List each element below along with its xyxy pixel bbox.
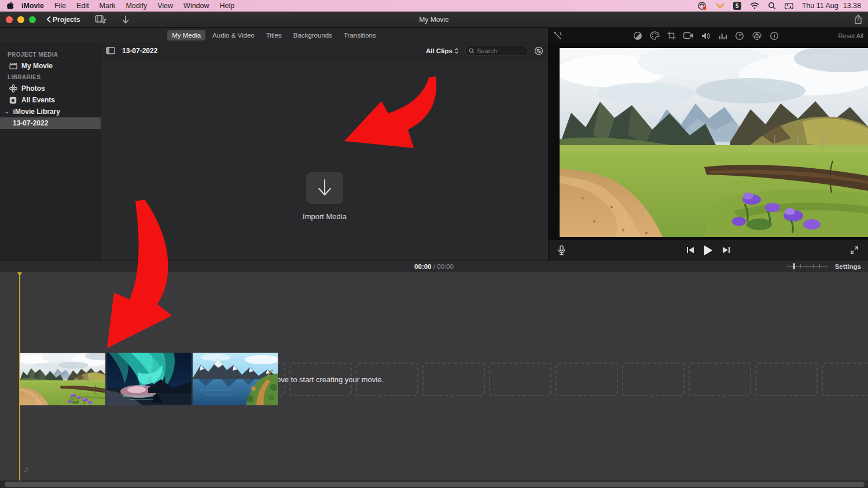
screen-recorder-icon[interactable] xyxy=(697,2,707,10)
viewer-stage xyxy=(549,43,868,240)
media-browser-toggle-icon[interactable] xyxy=(95,15,106,24)
sidebar-label-photos: Photos xyxy=(21,84,45,93)
apple-menu-icon[interactable] xyxy=(7,2,14,10)
volume-icon[interactable] xyxy=(701,32,711,40)
color-balance-icon[interactable] xyxy=(633,31,642,40)
search-input[interactable] xyxy=(477,47,524,54)
event-date-title: 13-07-2022 xyxy=(122,47,157,55)
share-icon[interactable] xyxy=(854,14,862,24)
timeline-placeholder xyxy=(755,363,818,396)
tab-audio-video[interactable]: Audio & Video xyxy=(208,30,259,40)
macos-menubar: iMovie File Edit Mark Modify View Window… xyxy=(0,0,868,12)
microphone-icon[interactable] xyxy=(558,245,565,256)
import-arrow-icon[interactable] xyxy=(122,15,130,24)
menu-app-name[interactable]: iMovie xyxy=(16,2,49,10)
menu-help[interactable]: Help xyxy=(215,2,240,10)
sidebar-item-photos[interactable]: Photos xyxy=(0,83,101,94)
skip-back-icon[interactable] xyxy=(686,246,694,254)
zoom-slider-thumb[interactable] xyxy=(793,263,795,269)
timeline-placeholder xyxy=(622,363,685,396)
panel-collapse-icon[interactable] xyxy=(106,47,115,54)
media-browser-header: 13-07-2022 All Clips xyxy=(101,43,548,58)
timeline-placeholder xyxy=(822,363,868,396)
skip-forward-icon[interactable] xyxy=(722,246,730,254)
chevron-left-icon xyxy=(46,16,51,23)
sidebar-item-all-events[interactable]: All Events xyxy=(0,94,101,106)
playback-controls xyxy=(549,240,868,260)
clip-filter-dropdown[interactable]: All Clips xyxy=(426,47,459,54)
control-center-icon[interactable] xyxy=(785,3,793,9)
playhead-handle[interactable] xyxy=(17,272,22,276)
clock-time: 13.38 xyxy=(843,2,861,10)
timeline-settings-button[interactable]: Settings xyxy=(835,263,861,270)
menu-window[interactable]: Window xyxy=(178,2,214,10)
menu-file[interactable]: File xyxy=(49,2,71,10)
window-controls xyxy=(6,16,36,23)
menu-mark[interactable]: Mark xyxy=(94,2,121,10)
spotlight-search-icon[interactable] xyxy=(768,2,776,10)
clapperboard-icon xyxy=(9,62,17,69)
clip-thumbnail-valley xyxy=(20,353,105,405)
timeline-placeholder xyxy=(689,363,751,396)
crop-icon[interactable] xyxy=(667,31,676,40)
wifi-icon[interactable] xyxy=(750,2,759,9)
star-square-icon xyxy=(9,97,17,104)
timeline[interactable]: ove to start creating your movie. ♫ xyxy=(0,272,868,480)
info-icon[interactable] xyxy=(770,31,779,40)
viewer-pane: Reset All xyxy=(549,28,868,260)
sidebar-label-all-events: All Events xyxy=(21,96,55,104)
media-browser-content: Import Media xyxy=(101,58,548,260)
minimize-button[interactable] xyxy=(17,16,24,23)
stabilization-camera-icon[interactable] xyxy=(683,32,694,39)
timeline-placeholder xyxy=(422,363,485,396)
timeline-zoom-slider[interactable] xyxy=(788,263,827,269)
reset-all-button[interactable]: Reset All xyxy=(838,32,863,39)
timeline-placeholder xyxy=(556,363,618,396)
timeline-clip-lake[interactable] xyxy=(193,353,278,405)
tab-titles[interactable]: Titles xyxy=(262,30,286,40)
playhead[interactable] xyxy=(19,272,20,480)
clip-thumbnail-aurora xyxy=(106,353,192,405)
tab-transitions[interactable]: Transitions xyxy=(339,30,381,40)
fullscreen-icon[interactable] xyxy=(850,246,859,254)
tab-my-media[interactable]: My Media xyxy=(167,30,205,40)
menubar-clock[interactable]: Thu 11 Aug 13.38 xyxy=(802,2,861,10)
timeline-toolbar: 00:00 / 00:00 Settings xyxy=(0,260,868,272)
search-icon xyxy=(469,48,475,54)
menu-edit[interactable]: Edit xyxy=(71,2,94,10)
menu-view[interactable]: View xyxy=(152,2,178,10)
menu-modify[interactable]: Modify xyxy=(120,2,152,10)
equalizer-icon[interactable] xyxy=(719,32,727,40)
window-titlebar: Projects My Movie xyxy=(0,12,868,28)
timeline-clip-aurora[interactable] xyxy=(106,353,192,405)
workspace: My Media Audio & Video Titles Background… xyxy=(0,28,868,260)
video-preview[interactable] xyxy=(560,48,868,237)
timeline-clip-valley[interactable] xyxy=(20,353,105,405)
sidebar-label-event-date: 13-07-2022 xyxy=(13,119,48,127)
chevron-down-icon[interactable] xyxy=(716,3,724,9)
time-display: 00:00 / 00:00 xyxy=(0,263,868,270)
viewer-toolbar: Reset All xyxy=(549,28,868,43)
speed-gauge-icon[interactable] xyxy=(735,31,744,40)
auto-enhance-wand-icon[interactable] xyxy=(553,31,562,40)
import-media-button[interactable] xyxy=(306,172,343,204)
bottom-scrollbar-thumb[interactable] xyxy=(5,482,865,487)
play-icon[interactable] xyxy=(704,245,713,256)
disclosure-chevron-icon[interactable]: ⌄ xyxy=(5,109,9,114)
search-field[interactable] xyxy=(465,46,528,56)
html5-icon[interactable]: 5 xyxy=(733,2,741,10)
tab-backgrounds[interactable]: Backgrounds xyxy=(289,30,337,40)
zoom-button[interactable] xyxy=(29,16,36,23)
music-note-icon: ♫ xyxy=(23,465,29,474)
sidebar-item-imovie-library[interactable]: ⌄ iMovie Library xyxy=(0,106,101,117)
projects-back-button[interactable]: Projects xyxy=(46,16,80,24)
project-media-header: PROJECT MEDIA xyxy=(0,49,101,60)
clip-appearance-icon[interactable] xyxy=(534,46,543,56)
effects-filter-icon[interactable] xyxy=(752,32,762,40)
color-correction-icon[interactable] xyxy=(650,31,660,40)
sidebar-item-my-movie[interactable]: My Movie xyxy=(0,60,101,72)
sidebar-item-event-date[interactable]: 13-07-2022 xyxy=(0,117,101,129)
import-media-label: Import Media xyxy=(303,212,347,221)
close-button[interactable] xyxy=(6,16,13,23)
total-time: 00:00 xyxy=(437,263,454,270)
